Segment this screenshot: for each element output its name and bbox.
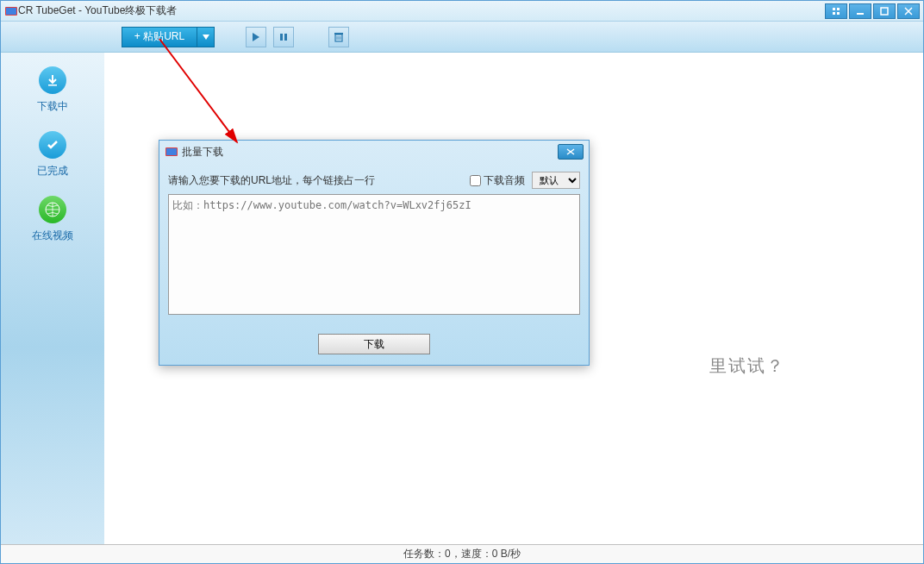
sidebar-item-completed[interactable]: 已完成 [37,131,68,179]
minimize-button[interactable] [849,3,871,19]
dialog-close-button[interactable] [558,144,584,160]
svg-rect-5 [837,12,840,15]
statusbar: 任务数：0，速度：0 B/秒 [1,544,923,563]
toolbar: + 粘贴URL [1,22,923,53]
sidebar-label: 已完成 [37,164,68,179]
titlebar: CR TubeGet - YouTube终极下载者 [1,1,923,22]
play-button[interactable] [246,27,266,47]
dialog-prompt: 请输入您要下载的URL地址，每个链接占一行 [168,173,470,188]
delete-button[interactable] [328,27,349,47]
audio-checkbox-input[interactable] [470,175,481,186]
sidebar-item-online-video[interactable]: 在线视频 [32,196,73,243]
svg-rect-7 [881,8,888,15]
app-icon [165,145,178,159]
dialog-titlebar[interactable]: 批量下载 [159,141,589,163]
close-button[interactable] [897,3,920,19]
batch-download-dialog: 批量下载 请输入您要下载的URL地址，每个链接占一行 下载音频 默认 下载 [159,140,590,366]
svg-rect-11 [334,33,343,34]
dialog-title: 批量下载 [182,145,558,160]
sidebar-label: 下载中 [37,99,68,114]
sidebar-item-downloading[interactable]: 下载中 [37,66,68,114]
svg-rect-2 [833,8,835,10]
audio-quality-select[interactable]: 默认 [532,172,580,189]
svg-rect-12 [48,85,57,86]
sidebar-label: 在线视频 [32,229,73,243]
svg-rect-1 [6,8,16,15]
download-audio-checkbox[interactable]: 下载音频 [470,173,525,188]
url-input-textarea[interactable] [168,194,580,315]
pause-button[interactable] [273,27,294,47]
svg-rect-6 [857,13,864,15]
globe-icon [39,196,66,223]
sidebar: 下载中 已完成 在线视频 [1,53,104,544]
check-icon [39,131,66,159]
paste-url-dropdown[interactable] [197,27,215,47]
download-button[interactable]: 下载 [318,334,430,354]
download-icon [39,66,66,94]
svg-rect-9 [284,34,287,41]
settings-window-button[interactable] [825,3,847,19]
svg-rect-15 [166,148,177,155]
background-hint: 里试试？ [709,354,785,378]
status-text: 任务数：0，速度：0 B/秒 [403,547,521,561]
window-title: CR TubeGet - YouTube终极下载者 [18,3,825,18]
maximize-button[interactable] [873,3,896,19]
svg-rect-4 [833,12,835,15]
app-icon [4,4,18,18]
paste-url-button[interactable]: + 粘贴URL [122,27,197,47]
svg-rect-8 [280,34,283,41]
svg-rect-3 [837,8,840,10]
